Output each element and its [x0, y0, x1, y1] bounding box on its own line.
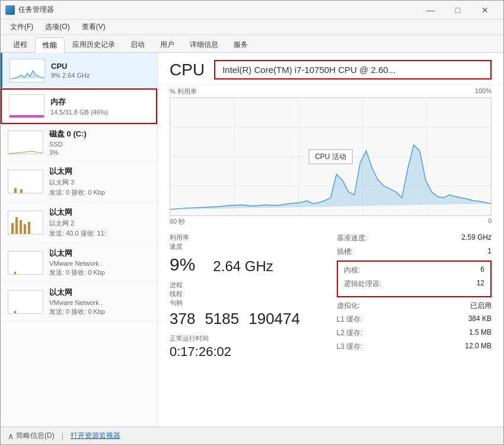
title-bar: 任务管理器 — □ ✕	[1, 1, 503, 20]
task-manager-window: 任务管理器 — □ ✕ 文件(F) 选项(O) 查看(V) 进程 性能 应用历史…	[0, 0, 504, 445]
net1-sidebar-detail2: 发送: 0 接收: 0 Kbp	[49, 188, 150, 197]
processes-label: 进程	[170, 281, 183, 290]
left-stats: 利用率 速度 9% 2.64 GHz 进程	[170, 233, 325, 360]
tab-processes[interactable]: 进程	[5, 37, 35, 52]
net2-sidebar-name: 以太网	[49, 207, 150, 218]
y-label-left: % 利用率	[170, 87, 197, 96]
l2-label: L2 缓存:	[337, 328, 363, 338]
net4-thumbnail	[8, 290, 43, 314]
open-resource-monitor-link[interactable]: 打开资源监视器	[71, 431, 120, 441]
tab-users[interactable]: 用户	[152, 37, 182, 52]
menu-options[interactable]: 选项(O)	[40, 21, 74, 33]
net3-sidebar-detail2: 发送: 0 接收: 0 Kbp	[49, 268, 150, 277]
sidebar: CPU 9% 2.64 GHz 内存 14.5/31.8 GB (46%)	[1, 53, 158, 427]
sidebar-item-net2[interactable]: 以太网 以太网 2 发送: 40.0 接收: 11:	[1, 202, 157, 243]
time-label-left: 60 秒	[170, 217, 185, 226]
tab-details[interactable]: 详细信息	[182, 37, 226, 52]
logical-label: 逻辑处理器:	[344, 279, 381, 289]
chevron-icon: ∧	[8, 431, 14, 441]
disk-sidebar-detail1: SSD	[49, 141, 150, 148]
minimize-button[interactable]: —	[417, 1, 444, 20]
tab-bar: 进程 性能 应用历史记录 启动 用户 详细信息 服务	[1, 35, 503, 53]
detail-title: CPU	[170, 61, 205, 80]
base-speed-value: 2.59 GHz	[461, 233, 492, 243]
bottom-bar: ∧ 简略信息(D) | 打开资源监视器	[1, 427, 503, 444]
sidebar-item-net1[interactable]: 以太网 以太网 3 发送: 0 接收: 0 Kbp	[1, 161, 157, 202]
net1-sidebar-detail1: 以太网 3	[49, 178, 150, 187]
svg-rect-8	[14, 311, 16, 313]
speed-value: 2.64 GHz	[213, 258, 273, 274]
tab-services[interactable]: 服务	[226, 37, 256, 52]
detail-panel: CPU Intel(R) Core(TM) i7-10750H CPU @ 2.…	[158, 53, 503, 427]
chart-time-labels: 60 秒 0	[170, 216, 492, 227]
net3-sidebar-detail1: VMware Network .	[49, 260, 150, 267]
handles-label: 句柄	[170, 298, 183, 307]
cpu-thumbnail	[9, 59, 45, 82]
time-label-right: 0	[488, 217, 492, 226]
net3-sidebar-name: 以太网	[49, 248, 150, 259]
menu-file[interactable]: 文件(F)	[5, 21, 38, 33]
l2-row: L2 缓存: 1.5 MB	[337, 328, 492, 338]
memory-sidebar-info: 内存 14.5/31.8 GB (46%)	[50, 97, 149, 116]
right-stats: 基准速度: 2.59 GHz 插槽: 1 内核: 6	[337, 233, 492, 360]
l3-value: 12.0 MB	[465, 342, 492, 352]
cpu-sidebar-info: CPU 9% 2.64 GHz	[51, 62, 150, 79]
svg-rect-1	[20, 189, 23, 193]
virt-row: 虚拟化: 已启用	[337, 301, 492, 311]
tab-app-history[interactable]: 应用历史记录	[65, 37, 123, 52]
l3-label: L3 缓存:	[337, 342, 363, 352]
sidebar-item-cpu[interactable]: CPU 9% 2.64 GHz	[1, 53, 157, 88]
sockets-row: 插槽: 1	[337, 247, 492, 257]
svg-rect-4	[20, 220, 22, 234]
processes-value: 378	[170, 310, 195, 328]
window-title: 任务管理器	[18, 5, 417, 15]
cores-value: 6	[480, 265, 484, 275]
net2-sidebar-info: 以太网 以太网 2 发送: 40.0 接收: 11:	[49, 207, 150, 238]
l1-row: L1 缓存: 384 KB	[337, 314, 492, 325]
cpu-sidebar-name: CPU	[51, 62, 150, 71]
cpu-model-box: Intel(R) Core(TM) i7-10750H CPU @ 2.60..…	[214, 60, 492, 80]
sidebar-item-net3[interactable]: 以太网 VMware Network . 发送: 0 接收: 0 Kbp	[1, 243, 157, 282]
window-controls: — □ ✕	[417, 1, 499, 20]
memory-sidebar-name: 内存	[50, 97, 149, 107]
sidebar-item-net4[interactable]: 以太网 VMware Network . 发送: 0 接收: 0 Kbp	[1, 282, 157, 322]
svg-rect-0	[14, 188, 17, 193]
maximize-button[interactable]: □	[444, 1, 471, 20]
net2-sidebar-detail1: 以太网 2	[49, 219, 150, 228]
summary-label: 简略信息(D)	[16, 431, 55, 441]
sockets-value: 1	[487, 247, 492, 257]
cores-logical-box: 内核: 6 逻辑处理器: 12	[337, 260, 492, 297]
tab-performance[interactable]: 性能	[35, 37, 65, 53]
disk-sidebar-info: 磁盘 0 (C:) SSD 3%	[49, 129, 150, 156]
net1-sidebar-name: 以太网	[49, 166, 150, 177]
handles-value: 190474	[248, 310, 300, 328]
memory-sidebar-detail: 14.5/31.8 GB (46%)	[50, 109, 149, 116]
net2-sidebar-detail2: 发送: 40.0 接收: 11:	[49, 229, 150, 238]
logical-value: 12	[477, 279, 484, 289]
chart-axis-labels: % 利用率 100%	[170, 87, 492, 96]
uptime-label: 正常运行时间	[170, 334, 325, 343]
net4-sidebar-detail2: 发送: 0 接收: 0 Kbp	[49, 307, 150, 316]
cores-label: 内核:	[344, 265, 360, 275]
svg-rect-2	[11, 223, 14, 234]
l1-value: 384 KB	[468, 314, 492, 325]
disk-sidebar-name: 磁盘 0 (C:)	[49, 129, 150, 139]
tab-startup[interactable]: 启动	[123, 37, 152, 52]
speed-label: 速度	[170, 242, 189, 251]
summary-toggle[interactable]: ∧ 简略信息(D)	[8, 431, 55, 441]
close-button[interactable]: ✕	[471, 1, 499, 20]
cores-row: 内核: 6	[344, 265, 485, 275]
net4-sidebar-info: 以太网 VMware Network . 发送: 0 接收: 0 Kbp	[49, 287, 150, 316]
net2-thumbnail	[8, 211, 43, 234]
svg-rect-6	[28, 222, 30, 234]
l1-label: L1 缓存:	[337, 314, 363, 325]
sidebar-item-disk[interactable]: 磁盘 0 (C:) SSD 3%	[1, 124, 157, 161]
utilization-value: 9%	[170, 255, 195, 274]
menu-view[interactable]: 查看(V)	[77, 21, 110, 33]
utilization-label: 利用率	[170, 233, 189, 242]
sidebar-item-memory[interactable]: 内存 14.5/31.8 GB (46%)	[1, 88, 157, 124]
virt-label: 虚拟化:	[337, 301, 360, 311]
net3-sidebar-info: 以太网 VMware Network . 发送: 0 接收: 0 Kbp	[49, 248, 150, 277]
memory-thumbnail	[9, 94, 44, 118]
main-content: CPU 9% 2.64 GHz 内存 14.5/31.8 GB (46%)	[1, 53, 503, 427]
